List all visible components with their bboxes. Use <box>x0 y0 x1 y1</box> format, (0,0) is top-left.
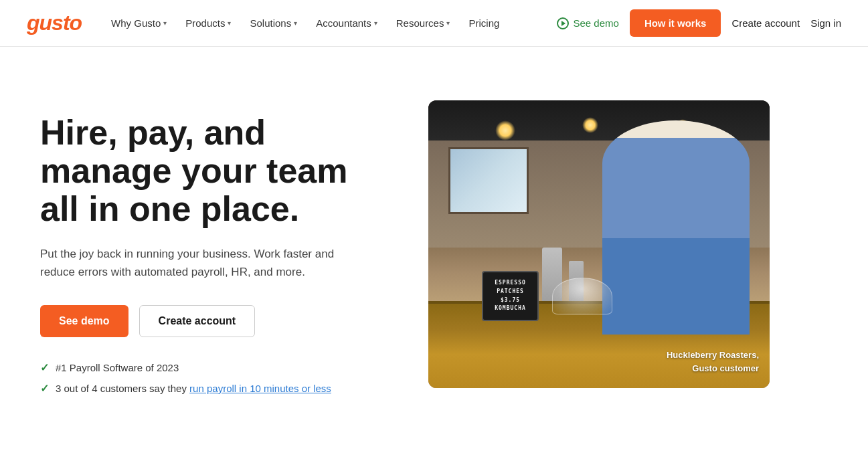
nav-item-resources[interactable]: Resources ▾ <box>388 12 458 34</box>
img-window <box>448 147 529 214</box>
trust-items: ✓ #1 Payroll Software of 2023 ✓ 3 out of… <box>40 361 388 395</box>
sign-in-link[interactable]: Sign in <box>810 17 841 29</box>
play-icon <box>557 17 569 29</box>
img-sign-text: ESPRESSOPATCHES$3.75KOMBUCHA <box>495 279 526 313</box>
how-it-works-button[interactable]: How it works <box>630 9 721 37</box>
hero-content: Hire, pay, and manage your team all in o… <box>40 100 388 395</box>
nav-item-why-gusto[interactable]: Why Gusto ▾ <box>103 12 175 34</box>
nav-item-products[interactable]: Products ▾ <box>177 12 239 34</box>
nav-item-solutions[interactable]: Solutions ▾ <box>242 12 305 34</box>
img-caption: Huckleberry Roasters, Gusto customer <box>667 349 759 375</box>
create-account-button[interactable]: Create account <box>139 305 256 337</box>
navbar-actions: See demo How it works Create account Sig… <box>557 9 841 37</box>
see-demo-label: See demo <box>573 17 618 29</box>
check-icon: ✓ <box>40 382 49 395</box>
pendant-light-2 <box>582 117 598 133</box>
pendant-light-1 <box>495 120 515 140</box>
nav-item-accountants[interactable]: Accountants ▾ <box>308 12 385 34</box>
trust-text-2: 3 out of 4 customers say they run payrol… <box>56 383 331 394</box>
nav-label-why-gusto: Why Gusto <box>111 17 161 29</box>
trust-link[interactable]: run payroll in 10 minutes or less <box>189 383 331 394</box>
trust-text-1: #1 Payroll Software of 2023 <box>56 362 179 373</box>
create-account-nav-link[interactable]: Create account <box>731 17 800 29</box>
hero-headline: Hire, pay, and manage your team all in o… <box>40 114 388 229</box>
check-icon: ✓ <box>40 361 49 374</box>
navbar: gusto Why Gusto ▾ Products ▾ Solutions ▾… <box>0 0 868 47</box>
img-person <box>602 120 750 335</box>
see-demo-link[interactable]: See demo <box>557 17 618 29</box>
nav-label-products: Products <box>185 17 225 29</box>
nav-label-resources: Resources <box>396 17 444 29</box>
chevron-down-icon: ▾ <box>374 19 377 27</box>
trust-item-2: ✓ 3 out of 4 customers say they run payr… <box>40 382 388 395</box>
nav-menu: Why Gusto ▾ Products ▾ Solutions ▾ Accou… <box>103 12 557 34</box>
chevron-down-icon: ▾ <box>446 19 450 27</box>
nav-label-accountants: Accountants <box>316 17 371 29</box>
chevron-down-icon: ▾ <box>228 19 231 27</box>
logo[interactable]: gusto <box>27 11 82 35</box>
hero-buttons: See demo Create account <box>40 305 388 337</box>
hero-image: ESPRESSOPATCHES$3.75KOMBUCHA Huckleberry… <box>428 100 770 388</box>
nav-label-solutions: Solutions <box>250 17 291 29</box>
see-demo-button[interactable]: See demo <box>40 305 128 337</box>
img-caption-line1: Huckleberry Roasters, <box>667 350 759 360</box>
img-espresso-sign: ESPRESSOPATCHES$3.75KOMBUCHA <box>482 271 539 321</box>
nav-label-pricing: Pricing <box>468 17 499 29</box>
hero-subtext: Put the joy back in running your busines… <box>40 245 361 281</box>
chevron-down-icon: ▾ <box>294 19 297 27</box>
chevron-down-icon: ▾ <box>163 19 167 27</box>
img-coffee-dome <box>552 278 612 314</box>
img-caption-line2: Gusto customer <box>692 363 759 373</box>
nav-item-pricing[interactable]: Pricing <box>460 12 507 34</box>
trust-item-1: ✓ #1 Payroll Software of 2023 <box>40 361 388 374</box>
hero-image-bg: ESPRESSOPATCHES$3.75KOMBUCHA Huckleberry… <box>428 100 770 388</box>
play-triangle-icon <box>561 21 566 26</box>
hero-section: Hire, pay, and manage your team all in o… <box>0 47 868 435</box>
